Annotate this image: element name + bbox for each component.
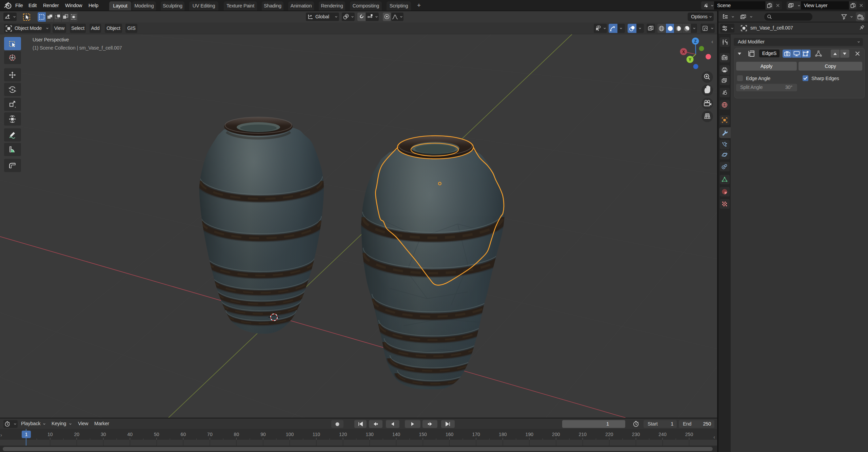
svg-text:120: 120 <box>339 432 347 437</box>
svg-text:X: X <box>682 50 685 54</box>
svg-text:150: 150 <box>419 432 427 437</box>
svg-text:30: 30 <box>101 432 106 437</box>
svg-text:200: 200 <box>552 432 560 437</box>
svg-text:100: 100 <box>286 432 294 437</box>
svg-text:170: 170 <box>472 432 480 437</box>
svg-text:10: 10 <box>47 432 53 437</box>
svg-text:210: 210 <box>579 432 587 437</box>
svg-text:190: 190 <box>526 432 534 437</box>
svg-text:Z: Z <box>694 39 696 44</box>
svg-text:Y: Y <box>689 57 691 62</box>
svg-text:220: 220 <box>605 432 613 437</box>
svg-text:90: 90 <box>260 432 266 437</box>
svg-text:80: 80 <box>234 432 239 437</box>
svg-text:110: 110 <box>313 432 320 437</box>
svg-text:70: 70 <box>207 432 213 437</box>
svg-text:230: 230 <box>632 432 640 437</box>
svg-text:40: 40 <box>127 432 133 437</box>
svg-text:20: 20 <box>74 432 79 437</box>
svg-text:130: 130 <box>366 432 374 437</box>
svg-text:250: 250 <box>685 432 693 437</box>
svg-text:240: 240 <box>658 432 667 437</box>
svg-text:180: 180 <box>499 432 507 437</box>
svg-text:50: 50 <box>154 432 159 437</box>
svg-text:160: 160 <box>446 432 454 437</box>
svg-text:60: 60 <box>181 432 186 437</box>
svg-text:140: 140 <box>392 432 400 437</box>
